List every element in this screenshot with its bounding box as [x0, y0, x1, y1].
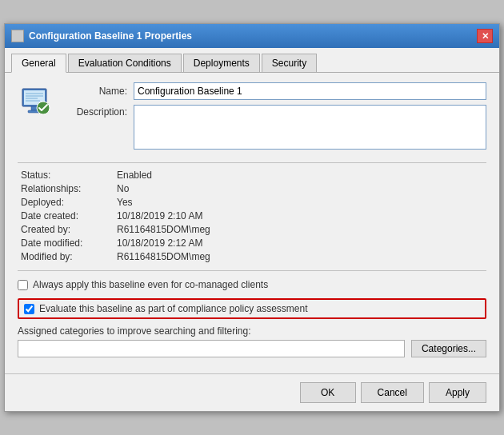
always-apply-checkbox[interactable] [18, 280, 28, 290]
categories-label: Assigned categories to improve searching… [18, 325, 486, 337]
created-by-label: Created by: [21, 224, 117, 235]
categories-section: Assigned categories to improve searching… [18, 325, 486, 357]
evaluate-label[interactable]: Evaluate this baseline as part of compli… [39, 303, 308, 314]
properties-window: Configuration Baseline 1 Properties ✕ Ge… [4, 23, 500, 412]
divider-1 [18, 162, 486, 163]
deployed-value: Yes [117, 197, 486, 208]
evaluate-checkbox[interactable] [24, 304, 34, 314]
bottom-buttons: OK Cancel Apply [5, 373, 499, 411]
date-created-value: 10/18/2019 2:10 AM [117, 210, 486, 221]
categories-input[interactable] [18, 340, 405, 357]
modified-by-value: R61164815DOM\meg [117, 251, 486, 262]
categories-button[interactable]: Categories... [411, 340, 486, 357]
close-button[interactable]: ✕ [477, 29, 493, 43]
status-value: Enabled [117, 170, 486, 181]
name-input[interactable] [134, 82, 486, 100]
date-created-label: Date created: [21, 210, 117, 221]
always-apply-label[interactable]: Always apply this baseline even for co-m… [33, 279, 268, 290]
tab-security[interactable]: Security [262, 54, 317, 73]
tab-content: Name: Description: Status: Enabled Relat… [5, 73, 499, 373]
title-bar: Configuration Baseline 1 Properties ✕ [5, 24, 499, 48]
form-fields: Name: Description: [66, 82, 486, 154]
tab-evaluation-conditions[interactable]: Evaluation Conditions [68, 54, 182, 73]
top-section: Name: Description: [18, 82, 486, 154]
window-icon [11, 30, 24, 42]
name-row: Name: [66, 82, 486, 100]
date-modified-value: 10/18/2019 2:12 AM [117, 237, 486, 249]
baseline-icon [18, 82, 56, 121]
status-label: Status: [21, 170, 117, 181]
title-bar-left: Configuration Baseline 1 Properties [11, 30, 192, 42]
evaluate-highlight-box: Evaluate this baseline as part of compli… [18, 298, 486, 319]
tab-general[interactable]: General [11, 54, 66, 73]
date-modified-label: Date modified: [21, 237, 117, 249]
categories-row: Categories... [18, 340, 486, 357]
created-by-value: R61164815DOM\meg [117, 224, 486, 235]
tab-bar: General Evaluation Conditions Deployment… [5, 48, 499, 73]
divider-2 [18, 270, 486, 271]
description-textarea[interactable] [134, 105, 486, 150]
relationships-value: No [117, 183, 486, 194]
name-label: Name: [66, 86, 134, 97]
cancel-button[interactable]: Cancel [361, 382, 424, 403]
tab-deployments[interactable]: Deployments [183, 54, 260, 73]
window-title: Configuration Baseline 1 Properties [29, 30, 192, 42]
ok-button[interactable]: OK [300, 382, 356, 403]
deployed-label: Deployed: [21, 197, 117, 208]
modified-by-label: Modified by: [21, 251, 117, 262]
relationships-label: Relationships: [21, 183, 117, 194]
apply-button[interactable]: Apply [429, 382, 486, 403]
always-apply-row: Always apply this baseline even for co-m… [18, 277, 486, 292]
info-grid: Status: Enabled Relationships: No Deploy… [18, 170, 486, 262]
description-row: Description: [66, 105, 486, 150]
description-label: Description: [66, 105, 134, 118]
